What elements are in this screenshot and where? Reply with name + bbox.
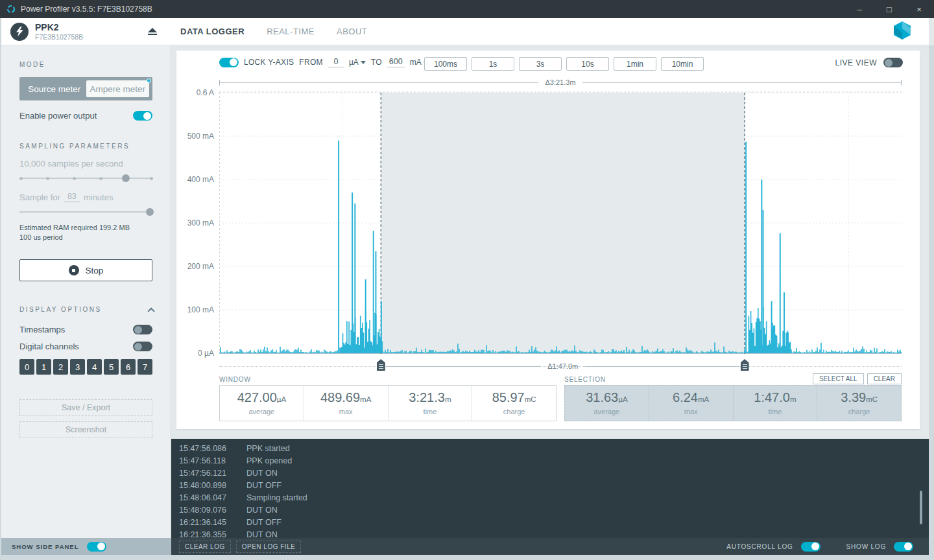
digital-channels-toggle[interactable] [133,342,152,351]
y-to-input[interactable]: 600 [387,57,405,67]
sample-rate-slider[interactable] [19,174,152,183]
device-selector[interactable]: PPK2 F7E3B102758B [1,22,171,41]
window-max-cell: 489.69mA max [304,386,388,421]
enable-power-output-toggle[interactable] [133,111,152,121]
tab-data-logger[interactable]: DATA LOGGER [180,27,245,36]
live-view-toggle[interactable] [883,58,903,67]
stop-button[interactable]: Stop [19,259,152,281]
timestamps-toggle[interactable] [133,325,152,334]
channel-0-button[interactable]: 0 [19,359,34,375]
minimize-button[interactable]: – [844,0,874,18]
selection-time-cell: 1:47.0m time [733,386,817,421]
y-axis-labels: 0.6 A500 mA400 mA300 mA200 mA100 mA0 µA [176,91,214,355]
lock-y-axis-label: LOCK Y-AXIS [244,58,294,67]
window-border [0,18,1,555]
lock-y-axis-group: LOCK Y-AXIS FROM 0 µA TO 600 mA [219,57,429,67]
app-window: Power Profiler v3.5.5: F7E3B102758B – □ … [0,0,934,560]
mode-source-meter[interactable]: Source meter [23,80,86,97]
close-button[interactable]: × [904,0,934,18]
window-title: Power Profiler v3.5.5: F7E3B102758B [21,5,152,14]
log-entry: 15:47:56.086PPK started [179,443,929,455]
window-10min-button[interactable]: 10min [661,57,704,71]
window-stats-group: 427.00µA average 489.69mA max 3:21.3m ti… [219,385,557,421]
selection-max-cell: 6.24mA max [649,386,733,421]
selection-average-cell: 31.63µA average [565,386,649,421]
y-tick-label: 500 mA [187,132,214,141]
log-panel: 15:47:56.086PPK started 15:47:56.118PPK … [171,439,929,538]
channel-1-button[interactable]: 1 [36,359,51,375]
tab-about[interactable]: ABOUT [337,27,367,36]
channel-6-button[interactable]: 6 [121,359,136,375]
sample-rate-label: 10,000 samples per second [19,159,152,169]
main-area: LOCK Y-AXIS FROM 0 µA TO 600 mA 100ms 1s… [171,45,929,439]
log-scrollbar[interactable] [920,491,922,524]
channel-3-button[interactable]: 3 [70,359,85,375]
window-span-label: Δ3:21.3m [545,78,575,86]
select-all-button[interactable]: SELECT ALL [813,373,864,384]
autoscroll-log-toggle[interactable] [801,542,820,552]
clear-selection-button[interactable]: CLEAR [867,373,902,384]
app-logo-icon [6,5,16,14]
live-view-label: LIVE VIEW [835,58,877,67]
channel-7-button[interactable]: 7 [138,359,152,375]
log-entry: 15:48:06.047Sampling started [179,492,929,504]
chevron-up-icon[interactable] [147,307,154,314]
eject-device-icon[interactable] [148,28,157,36]
show-log-toggle[interactable] [894,542,913,552]
window-3s-button[interactable]: 3s [519,57,562,71]
window-10s-button[interactable]: 10s [566,57,609,71]
window-stats-label: WINDOW [219,376,251,383]
tab-real-time[interactable]: REAL-TIME [267,27,315,36]
channel-5-button[interactable]: 5 [104,359,119,375]
sample-duration-slider[interactable] [19,207,152,216]
log-entry: 15:47:56.118PPK opened [179,455,929,467]
sample-duration-input[interactable]: 83 [64,192,80,202]
notification-dot [147,78,151,83]
selection-right-handle[interactable] [741,359,749,371]
lock-y-axis-toggle[interactable] [219,58,239,67]
y-tick-label: 0.6 A [197,88,214,97]
log-entry: 15:47:56.121DUT ON [179,467,929,480]
selection-charge-cell: 3.39mC charge [817,386,901,421]
sample-duration-thumb[interactable] [146,208,154,216]
mode-ampere-meter[interactable]: Ampere meter [86,80,150,97]
titlebar: Power Profiler v3.5.5: F7E3B102758B – □ … [0,0,934,18]
screenshot-button[interactable]: Screenshot [19,421,152,438]
y-from-unit-select[interactable]: µA [349,58,366,67]
selection-span-label: Δ1:47.0m [547,362,578,370]
device-serial: F7E3B102758B [35,33,83,41]
window-100ms-button[interactable]: 100ms [424,57,467,71]
current-plot[interactable] [219,91,902,355]
window-time-cell: 3:21.3m time [388,386,472,421]
save-export-button[interactable]: Save / Export [19,399,152,416]
window-border [0,555,934,560]
digital-channels-label: Digital channels [19,342,79,351]
device-power-icon [10,23,29,41]
window-charge-cell: 85.97mC charge [472,386,556,421]
show-side-panel-bar: SHOW SIDE PANEL [1,538,171,555]
window-1min-button[interactable]: 1min [614,57,656,71]
channel-4-button[interactable]: 4 [87,359,102,375]
window-1s-button[interactable]: 1s [472,57,514,71]
sample-rate-thumb[interactable] [122,174,130,182]
clear-log-button[interactable]: CLEAR LOG [179,541,231,553]
show-side-panel-toggle[interactable] [87,542,106,552]
channel-2-button[interactable]: 2 [53,359,68,375]
selection-stats-group: 31.63µA average 6.24mA max 1:47.0m time … [564,385,902,421]
device-name: PPK2 [35,22,83,32]
from-label: FROM [299,58,323,67]
show-side-panel-label: SHOW SIDE PANEL [12,543,79,550]
sample-duration-prefix: Sample for [19,192,60,202]
y-tick-label: 100 mA [187,305,214,314]
sampling-section-label: SAMPLING PARAMETERS [19,143,152,150]
nordic-logo-icon [892,21,912,42]
side-panel: MODE Source meter Ampere meter Enable po… [1,45,171,538]
maximize-button[interactable]: □ [874,0,904,18]
show-log-label: SHOW LOG [846,543,886,550]
selection-left-handle[interactable] [377,359,385,371]
chart-card: LOCK Y-AXIS FROM 0 µA TO 600 mA 100ms 1s… [176,51,920,429]
stop-icon [69,265,79,275]
y-from-input[interactable]: 0 [328,57,344,67]
autoscroll-log-label: AUTOSCROLL LOG [726,543,793,550]
open-log-file-button[interactable]: OPEN LOG FILE [236,541,302,553]
